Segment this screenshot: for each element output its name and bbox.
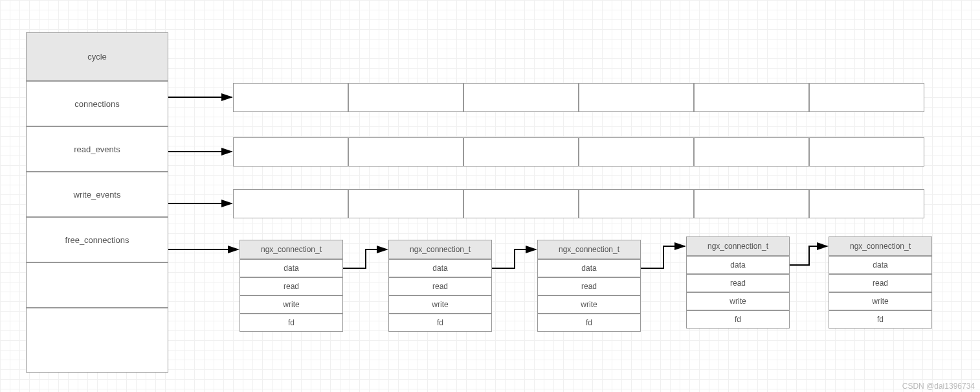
struct-title: ngx_connection_t — [537, 240, 641, 259]
struct-field-fd: fd — [537, 314, 641, 332]
struct-field-read: read — [239, 277, 343, 295]
connections-cell — [579, 83, 694, 112]
connections-cell — [463, 83, 579, 112]
cycle-row-empty-2 — [26, 308, 168, 373]
write-events-cell — [463, 189, 579, 218]
struct-title: ngx_connection_t — [388, 240, 492, 259]
struct-field-write: write — [829, 292, 932, 310]
read-events-cell — [579, 137, 694, 167]
write-events-cell — [233, 189, 348, 218]
cycle-row-write-events: write_events — [26, 172, 168, 217]
struct-field-data: data — [239, 259, 343, 277]
write-events-cell — [579, 189, 694, 218]
connections-cell — [809, 83, 924, 112]
struct-field-data: data — [388, 259, 492, 277]
struct-title: ngx_connection_t — [829, 236, 932, 256]
struct-title: ngx_connection_t — [686, 236, 790, 256]
cycle-row-empty-1 — [26, 262, 168, 308]
struct-field-fd: fd — [388, 314, 492, 332]
struct-field-fd: fd — [239, 314, 343, 332]
struct-field-read: read — [829, 274, 932, 292]
write-events-cell — [809, 189, 924, 218]
struct-field-read: read — [686, 274, 790, 292]
struct-field-fd: fd — [686, 310, 790, 329]
watermark: CSDN @dai1396734 — [902, 382, 975, 391]
struct-field-read: read — [537, 277, 641, 295]
struct-field-data: data — [537, 259, 641, 277]
read-events-cell — [463, 137, 579, 167]
struct-field-write: write — [239, 295, 343, 314]
cycle-header: cycle — [26, 32, 168, 81]
read-events-cell — [694, 137, 809, 167]
read-events-cell — [233, 137, 348, 167]
cycle-row-free-connections: free_connections — [26, 217, 168, 262]
struct-title: ngx_connection_t — [239, 240, 343, 259]
read-events-cell — [809, 137, 924, 167]
connections-cell — [348, 83, 463, 112]
write-events-cell — [694, 189, 809, 218]
connections-cell — [694, 83, 809, 112]
struct-field-fd: fd — [829, 310, 932, 329]
connections-cell — [233, 83, 348, 112]
struct-field-write: write — [388, 295, 492, 314]
cycle-row-read-events: read_events — [26, 126, 168, 172]
struct-field-data: data — [829, 256, 932, 274]
struct-field-write: write — [537, 295, 641, 314]
struct-field-read: read — [388, 277, 492, 295]
write-events-cell — [348, 189, 463, 218]
struct-field-data: data — [686, 256, 790, 274]
read-events-cell — [348, 137, 463, 167]
cycle-row-connections: connections — [26, 81, 168, 126]
struct-field-write: write — [686, 292, 790, 310]
